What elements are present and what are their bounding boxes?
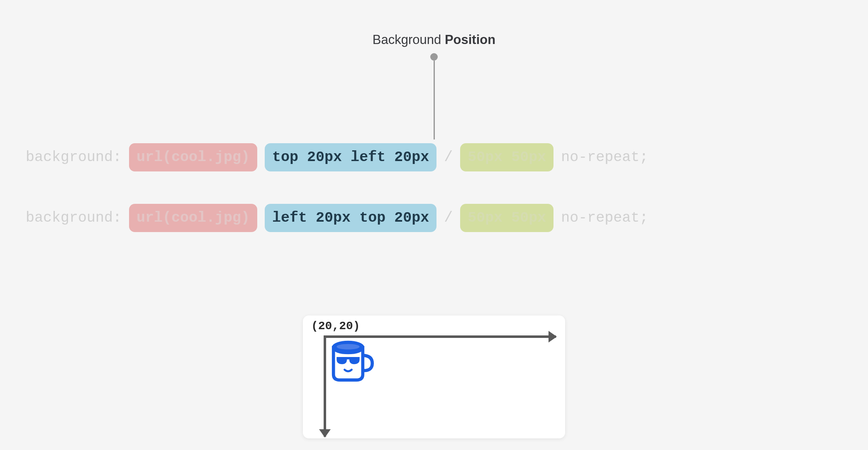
repeat-label: no-repeat;: [561, 210, 648, 226]
svg-point-1: [336, 344, 359, 350]
title-prefix: Background: [373, 32, 445, 47]
url-chip: url(cool.jpg): [129, 143, 257, 171]
x-axis-icon: [324, 335, 556, 338]
repeat-label: no-repeat;: [561, 149, 648, 166]
connector-dot-icon: [430, 53, 438, 61]
size-chip: 50px 50px: [460, 143, 553, 171]
position-chip: left 20px top 20px: [265, 204, 436, 232]
url-chip: url(cool.jpg): [129, 204, 257, 232]
coordinate-label: (20,20): [311, 320, 360, 333]
demo-diagram: (20,20): [303, 315, 565, 438]
code-line-1: background: url(cool.jpg) top 20px left …: [26, 143, 842, 171]
property-label: background:: [26, 210, 122, 226]
property-label: background:: [26, 149, 122, 166]
title-bold: Position: [445, 32, 495, 47]
separator: /: [444, 210, 453, 226]
mug-icon: [329, 340, 376, 383]
size-chip: 50px 50px: [460, 204, 553, 232]
y-axis-icon: [324, 335, 326, 437]
demo-card: (20,20): [303, 315, 565, 438]
code-line-2: background: url(cool.jpg) left 20px top …: [26, 204, 842, 232]
position-chip: top 20px left 20px: [265, 143, 436, 171]
separator: /: [444, 149, 453, 166]
code-block: background: url(cool.jpg) top 20px left …: [26, 143, 842, 264]
connector-line: [430, 53, 438, 139]
